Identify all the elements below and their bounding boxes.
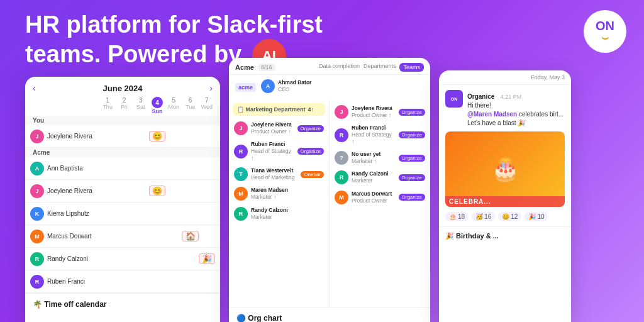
table-row: A Ann Baptista — [25, 157, 220, 180]
chat-reactions: 🎂 18 🥳 16 😊 12 🎉 10 — [445, 212, 565, 221]
cal-person-joeylene2: J Joeylene Rivera — [30, 184, 99, 198]
org-ceo-info: Ahmad Bator CEO — [278, 79, 311, 93]
org-footer[interactable]: 🔵 Org chart — [229, 307, 430, 322]
org-tabs: Data completion Departments Teams — [319, 63, 424, 72]
avatar: J — [234, 121, 248, 135]
chat-footer[interactable]: 🎉 Birthday & ... — [439, 226, 571, 245]
reaction-party[interactable]: 🥳 16 — [472, 212, 495, 221]
list-item: T Tiana Westervelt Head of Marketing One… — [233, 165, 325, 183]
avatar: R — [234, 145, 248, 158]
logo-text: ON — [596, 19, 614, 32]
chat-date: Friday, May 3 — [439, 70, 571, 85]
table-row: J Joeylene Rivera 😊 — [25, 125, 220, 148]
table-row: J Joeylene Rivera 😊 — [25, 180, 220, 203]
person-info: Ruben Franci Head of Strategy ↑ — [251, 141, 294, 162]
avatar: J — [335, 105, 348, 119]
chat-greeting: Hi there! — [467, 101, 564, 110]
org-ceo-name: Ahmad Bator — [278, 79, 311, 86]
org-badge: Organize — [297, 148, 324, 155]
org-count: 8/16 — [258, 64, 275, 71]
table-row: K Kierra Lipshutz — [25, 203, 220, 225]
sender-name-text: Organice — [467, 93, 494, 100]
org-topbar: Acme 8/16 Data completion Departments Te… — [229, 58, 430, 75]
org-subbar: acme A Ahmad Bator CEO — [229, 75, 430, 99]
chat-timestamp: 4:21 PM — [501, 94, 522, 100]
org-badge: Onebar — [301, 171, 324, 178]
cards-row: ‹ June 2024 › 1Thu 2Fri 3Sat 4Sun 5Mon 6… — [25, 58, 631, 322]
list-item: R Ruben Franci Head of Strategy ↑ Organi… — [333, 123, 426, 147]
person-info: Randy Calzoni Marketer — [251, 207, 288, 221]
list-item: M Marcus Dorwart Product Owner Organize — [333, 189, 426, 206]
table-row: R Ruben Franci — [25, 270, 220, 293]
person-info: Randy Calzoni Marketer — [352, 170, 389, 184]
list-item: J Joeylene Rivera Product Owner ↑ Organi… — [333, 103, 426, 121]
calendar-card: ‹ June 2024 › 1Thu 2Fri 3Sat 4Sun 5Mon 6… — [25, 77, 220, 322]
logo-text: ON — [451, 97, 458, 101]
calendar-header: ‹ June 2024 › — [25, 77, 220, 97]
avatar: J — [30, 130, 44, 143]
org-ceo-role: CEO — [278, 86, 311, 93]
avatar: R — [30, 275, 44, 289]
org-badge: Organize — [399, 174, 425, 181]
logo: ON ⌣ — [584, 10, 626, 53]
avatar: M — [335, 191, 348, 204]
avatar: M — [234, 187, 248, 201]
org-badge: Organize — [399, 155, 425, 162]
calendar-days-header: 1Thu 2Fri 3Sat 4Sun 5Mon 6Tue 7Wed — [25, 97, 220, 114]
avatar: A — [261, 79, 275, 93]
cal-person-randy: R Randy Calzoni — [30, 252, 99, 266]
org-right-column: J Joeylene Rivera Product Owner ↑ Organi… — [330, 99, 430, 307]
list-item: R Randy Calzoni Marketer Organize — [333, 169, 426, 186]
dept-count: 4↑ — [308, 106, 314, 113]
chat-sender-row: ON Organice 4:21 PM Hi there! @Maren Mad… — [445, 90, 565, 128]
reaction-cake[interactable]: 🎂 18 — [445, 212, 469, 221]
acme-logo: acme — [235, 83, 256, 92]
chat-sender-info: Organice 4:21 PM Hi there! @Maren Madsen… — [467, 90, 564, 128]
cal-next-button[interactable]: › — [209, 83, 213, 93]
chat-message-block: ON Organice 4:21 PM Hi there! @Maren Mad… — [439, 85, 571, 226]
reaction-smile[interactable]: 😊 12 — [498, 212, 521, 221]
cal-section-you: You — [25, 116, 220, 125]
avatar: R — [335, 170, 348, 184]
org-badge: Organize — [399, 194, 425, 201]
person-info: Maren Madsen Marketer ↑ — [251, 187, 288, 201]
chat-card: Friday, May 3 ON Organice 4:21 PM Hi the… — [439, 70, 571, 322]
person-info: Tiana Westervelt Head of Marketing — [251, 167, 294, 181]
avatar: R — [335, 128, 348, 142]
cal-day-2: 2 — [116, 97, 132, 104]
table-row: R Randy Calzoni 🎉 — [25, 248, 220, 270]
org-content: 📋 Marketing Department 4↑ J Joeylene Riv… — [229, 99, 430, 307]
avatar: ? — [335, 151, 348, 165]
cal-person-kierra: K Kierra Lipshutz — [30, 207, 99, 221]
logo-smile: ⌣ — [601, 32, 609, 43]
cal-event-emoji: 😊 — [149, 131, 165, 142]
org-tab-teams[interactable]: Teams — [399, 63, 424, 72]
avatar: M — [30, 230, 44, 243]
avatar: J — [30, 184, 44, 198]
cal-section-acme: Acme — [25, 148, 220, 157]
person-info: Ruben Franci Head of Strategy ↑ — [352, 125, 396, 145]
avatar: T — [234, 167, 248, 181]
cal-prev-button[interactable]: ‹ — [33, 83, 36, 93]
cal-person-ruben: R Ruben Franci — [30, 275, 99, 289]
org-tab-data[interactable]: Data completion — [319, 63, 360, 72]
chat-sender-name: Organice 4:21 PM — [467, 90, 564, 101]
calendar-footer[interactable]: 🌴 Time off calendar — [25, 293, 220, 315]
reaction-confetti[interactable]: 🎉 10 — [525, 212, 548, 221]
org-badge: Organize — [399, 131, 425, 138]
chat-img-overlay: CELEBRA... — [445, 196, 565, 207]
calendar-title: June 2024 — [40, 84, 206, 93]
avatar: R — [234, 207, 248, 221]
list-item: ? No user yet Marketer ↑ Organize — [333, 149, 426, 167]
cal-person-joeylene1: J Joeylene Rivera — [30, 130, 99, 143]
chat-mention: @Maren Madsen — [467, 111, 517, 118]
list-item: R Randy Calzoni Marketer — [233, 205, 325, 223]
org-badge: Organize — [399, 109, 425, 116]
list-item: M Maren Madsen Marketer ↑ — [233, 185, 325, 203]
cal-day-4: 4 — [152, 97, 163, 108]
avatar: K — [30, 207, 44, 221]
org-dept-label: 📋 Marketing Department 4↑ — [233, 103, 325, 116]
hero-line1: HR platform for Slack-first — [25, 11, 323, 38]
org-tab-dept[interactable]: Departments — [364, 63, 396, 72]
person-info: No user yet Marketer ↑ — [352, 151, 380, 165]
